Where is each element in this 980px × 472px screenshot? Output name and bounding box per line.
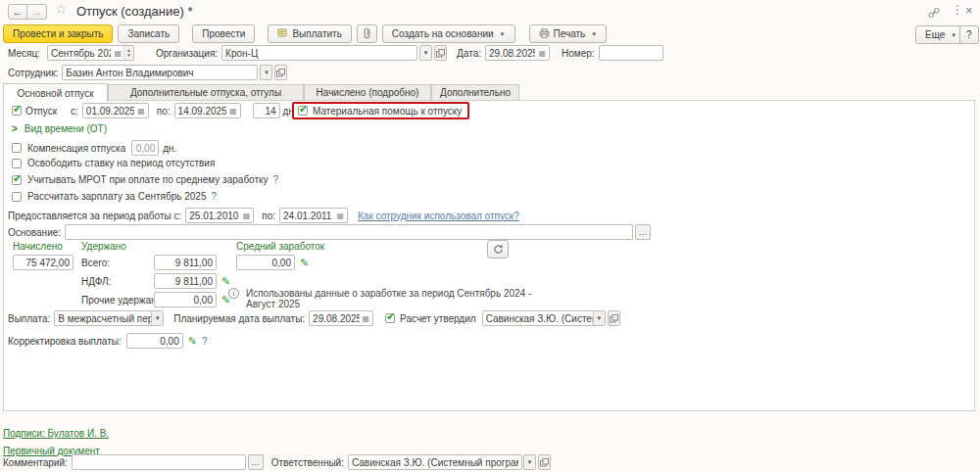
post-button[interactable]: Провести — [192, 24, 255, 43]
accrued-field[interactable]: 75 472,00 — [13, 255, 74, 270]
print-button[interactable]: Печать▼ — [529, 24, 608, 43]
signatures-link[interactable]: Подписи: Булатов И. В. — [3, 428, 109, 439]
material-help-checkbox[interactable] — [298, 106, 308, 116]
comment-more-button[interactable]: … — [248, 454, 264, 470]
calendar-icon[interactable]: ▦ — [363, 314, 370, 323]
adjustment-field[interactable]: 0,00 — [126, 333, 183, 349]
earnings-period-note: Использованы данные о заработке за перио… — [246, 288, 532, 309]
adjustment-help-link[interactable]: ? — [202, 336, 208, 347]
caret-down-icon: ▼ — [526, 459, 532, 465]
edit-pencil-icon[interactable]: ✎ — [221, 276, 230, 286]
vacation-days-field[interactable]: 14 — [253, 103, 280, 118]
other-withholdings-field[interactable]: 0,00 — [154, 292, 217, 307]
calendar-icon[interactable]: ▦ — [243, 212, 251, 220]
forward-button[interactable]: → — [27, 4, 47, 20]
material-help-highlight: Материальная помощь к отпуску — [292, 102, 469, 119]
payment-label: Выплата: — [8, 313, 50, 324]
link-icon[interactable] — [928, 5, 940, 23]
caret-down-icon: ▼ — [423, 50, 429, 56]
caret-down-icon: ▼ — [151, 311, 163, 325]
organization-open-link-button[interactable] — [434, 45, 447, 61]
calendar-icon[interactable]: ▦ — [114, 49, 122, 58]
attachment-button[interactable] — [357, 24, 377, 43]
expand-chevron-icon[interactable]: > — [12, 123, 18, 134]
calc-salary-checkbox[interactable] — [12, 192, 22, 202]
pay-button[interactable]: Выплатить — [268, 24, 351, 43]
refresh-button[interactable] — [487, 240, 509, 259]
responsible-field[interactable]: Савинская З.Ю. (Системный программист) — [348, 454, 522, 470]
basis-field[interactable] — [65, 224, 633, 240]
ndfl-field[interactable]: 9 811,00 — [154, 273, 217, 289]
calendar-icon[interactable]: ▦ — [229, 107, 237, 116]
approved-by-combobox[interactable]: Савинская З.Ю. (Системный прог ▼ — [482, 310, 606, 326]
organization-field[interactable]: Крон-Ц — [221, 45, 417, 61]
tab-additional[interactable]: Дополнительно — [431, 84, 519, 101]
caret-down-icon: ▼ — [264, 70, 270, 75]
approved-by-open-link-button[interactable] — [608, 310, 620, 326]
document-window: ← → ☆ Отпуск (создание) * ⋮ × Провести и… — [0, 0, 980, 472]
compensation-checkbox[interactable] — [12, 143, 22, 153]
open-link-icon — [436, 49, 445, 58]
comment-field[interactable] — [72, 454, 246, 470]
caret-down-icon: ▼ — [593, 311, 605, 325]
release-rate-checkbox[interactable] — [12, 159, 22, 168]
back-button[interactable]: ← — [8, 4, 27, 20]
edit-pencil-icon[interactable]: ✎ — [188, 336, 197, 346]
calendar-icon[interactable]: ▦ — [538, 49, 546, 58]
calendar-icon[interactable]: ▦ — [336, 212, 344, 220]
compensation-unit-label: дн. — [163, 143, 176, 154]
help-button[interactable]: ? — [959, 25, 979, 44]
basis-more-button[interactable]: … — [635, 224, 651, 240]
date-label: Дата: — [457, 48, 481, 59]
responsible-dropdown-button[interactable]: ▼ — [523, 454, 536, 470]
planned-date-field[interactable]: 29.08.2025 ▦ — [309, 310, 373, 326]
basis-label: Основание: — [8, 227, 61, 238]
employee-dropdown-button[interactable]: ▼ — [260, 65, 272, 80]
open-link-icon — [610, 314, 618, 323]
approved-label: Расчет утвердил — [400, 313, 476, 324]
average-earnings-field[interactable]: 0,00 — [236, 255, 295, 270]
withheld-total-label: Всего: — [81, 258, 154, 268]
caret-down-icon: ▼ — [500, 31, 506, 37]
responsible-open-link-button[interactable] — [538, 454, 551, 470]
time-kind-link[interactable]: Вид времени (ОТ) — [24, 123, 107, 134]
month-spinner[interactable]: ▲▼ — [123, 45, 134, 61]
withheld-total-field[interactable]: 9 811,00 — [154, 255, 217, 270]
number-field[interactable] — [599, 45, 663, 61]
save-button[interactable]: Записать — [118, 24, 179, 43]
mrot-help-link[interactable]: ? — [273, 174, 279, 185]
employee-field[interactable]: Базин Антон Владимирович — [62, 65, 258, 80]
approved-checkbox[interactable] — [385, 313, 395, 323]
post-and-close-button[interactable]: Провести и закрыть — [3, 24, 113, 43]
vacation-to-field[interactable]: 14.09.2025 ▦ — [174, 103, 241, 118]
tab-additional-vacations[interactable]: Дополнительные отпуска, отгулы — [108, 84, 304, 101]
close-icon[interactable]: × — [965, 3, 973, 18]
vacation-checkbox[interactable] — [12, 106, 22, 116]
calendar-icon[interactable]: ▦ — [137, 107, 145, 116]
month-field[interactable]: Сентябрь 2025 ▦ — [47, 45, 125, 61]
vacation-from-field[interactable]: 01.09.2025 ▦ — [82, 103, 149, 118]
window-title: Отпуск (создание) * — [76, 4, 192, 19]
forward-arrow-icon: → — [31, 6, 42, 18]
organization-dropdown-button[interactable]: ▼ — [419, 45, 432, 61]
employee-open-link-button[interactable] — [274, 65, 287, 80]
date-field[interactable]: 29.08.2025 ▦ — [485, 45, 550, 61]
release-rate-label: Освободить ставку на период отсутствия — [27, 158, 215, 168]
paperclip-icon — [363, 26, 371, 41]
ndfl-label: НДФЛ: — [81, 276, 154, 287]
tab-main-vacation[interactable]: Основной отпуск — [3, 83, 108, 102]
to-label: по: — [157, 106, 171, 117]
edit-pencil-icon[interactable]: ✎ — [300, 258, 309, 267]
menu-dots-icon[interactable]: ⋮ — [952, 3, 963, 17]
favorite-star-icon[interactable]: ☆ — [55, 1, 68, 17]
ellipsis-icon: … — [639, 227, 648, 237]
mrot-checkbox[interactable] — [12, 175, 22, 185]
work-period-from-field[interactable]: 25.01.2010 ▦ — [185, 208, 254, 223]
create-based-on-button[interactable]: Создать на основании▼ — [382, 24, 515, 43]
payment-type-combobox[interactable]: В межрасчетный период ▼ — [54, 310, 164, 326]
work-period-to-field[interactable]: 24.01.2011 ▦ — [279, 208, 348, 223]
vacation-usage-link[interactable]: Как сотрудник использовал отпуск? — [358, 211, 519, 221]
calc-salary-help-link[interactable]: ? — [211, 191, 217, 202]
tab-accrued-details[interactable]: Начислено (подробно) — [304, 84, 431, 101]
compensation-days-field[interactable]: 0,00 — [131, 140, 159, 156]
